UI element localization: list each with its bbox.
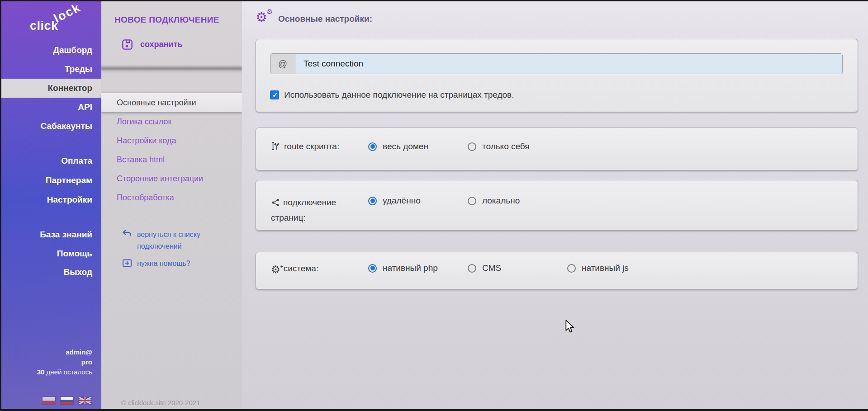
main-content: ⚙ ⚙ Основные настройки: @ Использовать д… — [242, 0, 868, 411]
logo-text-lock: lock — [52, 0, 83, 26]
radio-button[interactable] — [368, 197, 377, 205]
gear-small-glyph: ⚙ — [267, 8, 273, 15]
help-link-label: нужна помощь? — [137, 258, 190, 269]
logo-text-click: click — [30, 19, 58, 33]
save-icon — [121, 38, 133, 51]
route-label-text: route скрипта: — [284, 142, 339, 151]
help-plus-icon — [122, 259, 132, 268]
flag-russia-icon[interactable] — [61, 397, 73, 404]
pages-label: подключение страниц: — [271, 196, 357, 225]
back-to-connections-link[interactable]: вернуться к списку подключений — [122, 229, 215, 252]
route-label: route скрипта: — [271, 140, 339, 155]
app-window: click lock Дашборд Треды Коннектор API С… — [0, 0, 868, 411]
user-days-left: 30 дней осталось — [37, 367, 92, 377]
radio-label[interactable]: CMS — [482, 263, 501, 273]
save-button-label: сохранить — [140, 40, 182, 49]
back-link-label: вернуться к списку подключений — [137, 229, 215, 252]
days-label: дней осталось — [47, 368, 92, 376]
sidebar-item-payment[interactable]: Оплата — [0, 151, 101, 170]
at-prefix: @ — [270, 54, 295, 74]
radio-label[interactable]: только себя — [482, 142, 530, 151]
sidebar-item-connector[interactable]: Коннектор — [0, 79, 101, 98]
system-label: ⚙+система: — [271, 262, 318, 275]
use-on-threads-row: Использовать данное подключение на стран… — [270, 90, 514, 100]
language-switcher — [43, 397, 91, 404]
user-email: admin@ — [37, 347, 92, 357]
use-on-threads-checkbox[interactable] — [270, 90, 279, 99]
panel-menu-item-code-settings[interactable]: Настройки кода — [101, 131, 242, 150]
days-count: 30 — [37, 368, 45, 376]
panel-menu-item-postprocessing[interactable]: Постобработка — [101, 188, 242, 207]
user-info: admin@ pro 30 дней осталось — [37, 347, 92, 377]
gear-big-glyph: ⚙ — [256, 10, 267, 24]
save-button[interactable]: сохранить — [121, 38, 182, 51]
panel-title: НОВОЕ ПОДКЛЮЧЕНИЕ — [114, 15, 219, 25]
flag-uk-icon[interactable] — [79, 397, 91, 404]
radio-button[interactable] — [468, 142, 476, 151]
radio-button[interactable] — [567, 264, 576, 273]
copyright: © clicklock.site 2020-2021 — [121, 399, 200, 406]
need-help-link[interactable]: нужна помощь? — [122, 258, 190, 269]
radio-whole-domain[interactable]: весь домен — [368, 142, 428, 151]
pages-connection-card: подключение страниц: удалённо локально — [256, 180, 858, 231]
radio-label[interactable]: локально — [482, 196, 520, 206]
radio-button[interactable] — [368, 142, 377, 151]
panel-menu-item-basic-settings[interactable]: Основные настройки — [101, 93, 242, 112]
sidebar-item-subaccounts[interactable]: Сабакаунты — [0, 117, 101, 136]
system-label-text: система: — [284, 264, 319, 273]
radio-button[interactable] — [368, 264, 377, 273]
route-card: route скрипта: весь домен только себя — [256, 128, 858, 170]
radio-cms[interactable]: CMS — [468, 263, 501, 273]
sidebar: click lock Дашборд Треды Коннектор API С… — [0, 0, 101, 411]
use-on-threads-label[interactable]: Использовать данное подключение на стран… — [284, 90, 514, 100]
connection-panel: НОВОЕ ПОДКЛЮЧЕНИЕ сохранить Основные нас… — [101, 0, 242, 411]
sidebar-item-knowledge-base[interactable]: База знаний — [0, 225, 101, 244]
share-icon — [271, 198, 280, 211]
sidebar-item-dashboard[interactable]: Дашборд — [0, 41, 101, 60]
sidebar-item-partners[interactable]: Партнерам — [0, 171, 101, 190]
sidebar-item-settings[interactable]: Настройки — [0, 190, 101, 209]
plus-glyph: + — [280, 262, 284, 272]
radio-local[interactable]: локально — [468, 196, 520, 206]
screen-edge-left — [0, 0, 1, 411]
radio-button[interactable] — [468, 197, 476, 205]
user-plan: pro — [37, 357, 92, 367]
radio-native-php[interactable]: нативный php — [368, 263, 438, 273]
radio-button[interactable] — [468, 264, 476, 273]
sidebar-item-logout[interactable]: Выход — [0, 263, 101, 282]
system-gear-icon: ⚙+ — [271, 265, 280, 275]
sidebar-item-api[interactable]: API — [0, 98, 101, 117]
panel-menu-item-integrations[interactable]: Сторонние интеграции — [101, 169, 242, 188]
connection-name-group: @ — [270, 53, 843, 74]
radio-native-js[interactable]: нативный js — [567, 263, 629, 273]
sidebar-item-help[interactable]: Помощь — [0, 244, 101, 263]
radio-label[interactable]: весь домен — [383, 142, 428, 151]
flag-poland-icon[interactable] — [43, 397, 55, 404]
screen-edge-bottom — [0, 409, 868, 411]
connection-name-card: @ Использовать данное подключение на стр… — [256, 39, 858, 112]
panel-menu-item-link-logic[interactable]: Логика ссылок — [101, 112, 242, 131]
undo-icon — [122, 230, 132, 238]
radio-label[interactable]: нативный js — [582, 263, 629, 273]
gears-icon: ⚙ ⚙ — [256, 12, 270, 26]
radio-remote[interactable]: удалённо — [368, 196, 421, 206]
panel-divider — [101, 65, 242, 73]
sidebar-item-threads[interactable]: Треды — [0, 60, 101, 79]
logo[interactable]: click lock — [30, 11, 89, 36]
system-card: ⚙+система: нативный php CMS нативный js — [256, 252, 858, 289]
main-title: Основные настройки: — [278, 14, 372, 24]
route-icon — [271, 141, 281, 155]
radio-label[interactable]: нативный php — [383, 263, 438, 273]
panel-menu-item-html-insert[interactable]: Вставка html — [101, 150, 242, 169]
radio-label[interactable]: удалённо — [383, 196, 421, 206]
radio-only-self[interactable]: только себя — [468, 142, 530, 151]
pages-label-text: подключение страниц: — [271, 198, 336, 222]
screen-edge-top — [0, 0, 868, 1]
connection-name-input[interactable] — [295, 54, 842, 74]
main-header: ⚙ ⚙ Основные настройки: — [256, 12, 372, 26]
